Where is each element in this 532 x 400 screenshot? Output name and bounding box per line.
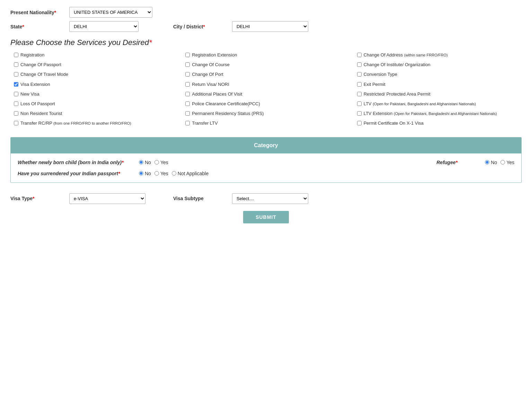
transfer-ltv-checkbox[interactable] [185, 121, 190, 125]
service-registration: Registration [14, 52, 178, 58]
change-of-address-label[interactable]: Change Of Address (within same FRRO/FRO) [364, 52, 448, 58]
service-change-of-address: Change Of Address (within same FRRO/FRO) [357, 52, 522, 58]
permit-certificate-x1-label[interactable]: Permit Certificate On X-1 Visa [364, 120, 424, 126]
passport-no-radio[interactable] [139, 171, 143, 176]
refugee-radio-group: No Yes [485, 160, 514, 165]
submit-row: SUBMIT [10, 211, 522, 223]
loss-of-passport-label[interactable]: Loss Of Passport [20, 101, 55, 107]
service-permanent-residency: Permanent Residency Status (PRS) [185, 110, 350, 117]
registration-extension-label[interactable]: Registration Extension [192, 52, 237, 58]
refugee-yes-radio[interactable] [500, 160, 505, 165]
category-body: Whether newly born child (born in India … [11, 153, 521, 183]
passport-na-label[interactable]: Not Applicable [172, 171, 209, 176]
loss-of-passport-checkbox[interactable] [14, 101, 18, 106]
ltv-checkbox[interactable] [357, 101, 362, 106]
visa-extension-checkbox[interactable] [14, 82, 18, 87]
services-grid: Registration Registration Extension Chan… [10, 52, 522, 127]
service-exit-permit: Exit Permit [357, 81, 522, 88]
ltv-extension-checkbox[interactable] [357, 111, 362, 116]
registration-extension-checkbox[interactable] [185, 53, 190, 57]
restricted-area-label[interactable]: Restricted/ Protected Area Permit [364, 91, 431, 97]
newborn-no-label[interactable]: No [139, 160, 151, 165]
newborn-refugee-row: Whether newly born child (born in India … [18, 160, 514, 165]
police-clearance-checkbox[interactable] [185, 101, 190, 106]
refugee-no-label[interactable]: No [485, 160, 497, 165]
service-transfer-rc-rp: Transfer RC/RP (from one FRRO/FRO to ano… [14, 120, 178, 126]
transfer-ltv-label[interactable]: Transfer LTV [192, 120, 218, 126]
return-visa-nori-checkbox[interactable] [185, 82, 190, 87]
change-of-address-checkbox[interactable] [357, 53, 362, 57]
passport-yes-radio[interactable] [154, 171, 159, 176]
ltv-label[interactable]: LTV (Open for Pakistani, Bangladeshi and… [364, 101, 476, 107]
change-of-course-checkbox[interactable] [185, 62, 190, 67]
additional-places-checkbox[interactable] [185, 92, 190, 96]
change-of-port-checkbox[interactable] [185, 72, 190, 77]
change-of-travel-mode-label[interactable]: Change Of Travel Mode [20, 71, 68, 78]
service-additional-places: Additional Places Of Visit [185, 91, 350, 97]
change-of-course-label[interactable]: Change Of Course [192, 62, 229, 68]
service-ltv: LTV (Open for Pakistani, Bangladeshi and… [357, 101, 522, 107]
newborn-radio-group: No Yes [139, 160, 168, 165]
conversion-type-label[interactable]: Conversion Type [364, 71, 397, 78]
passport-no-label[interactable]: No [139, 171, 151, 176]
registration-label[interactable]: Registration [20, 52, 44, 58]
conversion-type-checkbox[interactable] [357, 72, 362, 77]
return-visa-nori-label[interactable]: Return Visa/ NORI [192, 81, 229, 88]
registration-checkbox[interactable] [14, 53, 18, 57]
additional-places-label[interactable]: Additional Places Of Visit [192, 91, 242, 97]
change-of-institute-label[interactable]: Change Of Institute/ Organization [364, 62, 431, 68]
transfer-rc-rp-label[interactable]: Transfer RC/RP (from one FRRO/FRO to ano… [20, 120, 131, 126]
passport-yes-label[interactable]: Yes [154, 171, 168, 176]
exit-permit-label[interactable]: Exit Permit [364, 81, 385, 88]
newborn-no-radio[interactable] [139, 160, 143, 165]
non-resident-tourist-label[interactable]: Non Resident Tourist [20, 110, 62, 117]
restricted-area-checkbox[interactable] [357, 92, 362, 96]
change-of-passport-label[interactable]: Change Of Passport [20, 62, 61, 68]
visa-type-group: Visa Type* e-VISA Regular VISA Other [10, 193, 145, 204]
refugee-yes-label[interactable]: Yes [500, 160, 514, 165]
city-district-label: City / District* [173, 24, 229, 29]
new-visa-checkbox[interactable] [14, 92, 18, 96]
state-select[interactable]: DELHI MUMBAI BANGALORE [69, 21, 139, 32]
change-of-port-label[interactable]: Change Of Port [192, 71, 223, 78]
new-visa-label[interactable]: New Visa [20, 91, 39, 97]
submit-button[interactable]: SUBMIT [243, 211, 289, 223]
service-registration-extension: Registration Extension [185, 52, 350, 58]
change-of-passport-checkbox[interactable] [14, 62, 18, 67]
refugee-no-radio[interactable] [485, 160, 489, 165]
service-change-of-travel-mode: Change Of Travel Mode [14, 71, 178, 78]
newborn-yes-label[interactable]: Yes [154, 160, 168, 165]
present-nationality-select[interactable]: UNITED STATES OF AMERICA INDIA OTHER [69, 7, 152, 18]
service-new-visa: New Visa [14, 91, 178, 97]
service-change-of-course: Change Of Course [185, 62, 350, 68]
service-non-resident-tourist: Non Resident Tourist [14, 110, 178, 117]
permit-certificate-x1-checkbox[interactable] [357, 121, 362, 125]
category-section: Category Whether newly born child (born … [10, 137, 522, 183]
visa-extension-label[interactable]: Visa Extension [20, 81, 50, 88]
visa-type-label: Visa Type* [10, 196, 66, 201]
category-header: Category [11, 137, 521, 153]
permanent-residency-label[interactable]: Permanent Residency Status (PRS) [192, 110, 264, 117]
passport-radio-group: No Yes Not Applicable [139, 171, 209, 176]
service-return-visa-nori: Return Visa/ NORI [185, 81, 350, 88]
change-of-travel-mode-checkbox[interactable] [14, 72, 18, 77]
visa-row: Visa Type* e-VISA Regular VISA Other Vis… [10, 193, 522, 204]
refugee-label: Refugee* [436, 160, 478, 165]
exit-permit-checkbox[interactable] [357, 82, 362, 87]
service-police-clearance: Police Clearance Certificate(PCC) [185, 101, 350, 107]
visa-subtype-select[interactable]: Select.... [232, 193, 308, 204]
non-resident-tourist-checkbox[interactable] [14, 111, 18, 116]
service-loss-of-passport: Loss Of Passport [14, 101, 178, 107]
visa-type-select[interactable]: e-VISA Regular VISA Other [69, 193, 145, 204]
newborn-label: Whether newly born child (born in India … [18, 160, 135, 165]
permanent-residency-checkbox[interactable] [185, 111, 190, 116]
transfer-rc-rp-checkbox[interactable] [14, 121, 18, 125]
passport-na-radio[interactable] [172, 171, 176, 176]
change-of-institute-checkbox[interactable] [357, 62, 362, 67]
police-clearance-label[interactable]: Police Clearance Certificate(PCC) [192, 101, 260, 107]
service-change-of-port: Change Of Port [185, 71, 350, 78]
ltv-extension-label[interactable]: LTV Extension (Open for Pakistani, Bangl… [364, 110, 497, 117]
newborn-yes-radio[interactable] [154, 160, 159, 165]
state-label: State* [10, 24, 66, 29]
city-select[interactable]: DELHI NEW DELHI NOIDA [232, 21, 308, 32]
